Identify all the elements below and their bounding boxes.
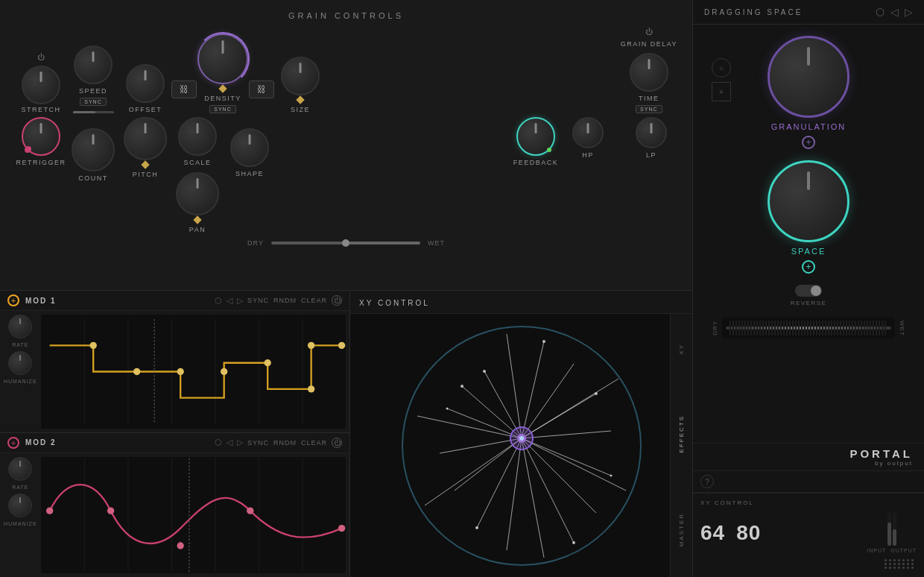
granulation-plus-btn[interactable]: + [802,136,815,149]
retrigger-knob[interactable] [22,117,60,156]
mod2-rndm-btn[interactable]: RNDM [273,439,297,447]
mod1-save-icon[interactable]: ⬡ [215,296,222,306]
sliders-btn[interactable]: ≡ [712,82,731,101]
svg-point-27 [338,525,344,532]
portal-branding: PORTAL by output [693,443,924,471]
scale-knob[interactable] [178,117,217,156]
mod2-sync-btn[interactable]: SYNC [247,439,269,447]
svg-line-43 [522,364,574,438]
mod2-prev-icon[interactable]: ◁ [227,438,232,447]
svg-point-26 [247,507,253,514]
right-wet-label: WET [899,321,905,336]
mod1-humanize-knob[interactable] [8,351,32,375]
mod1-add-btn[interactable]: + [7,294,19,306]
stretch-knob[interactable] [22,66,60,104]
dry-label: DRY [247,239,264,247]
output-slider[interactable] [893,512,896,546]
mod2-rate-knob[interactable] [8,457,32,481]
mod1-graph[interactable] [41,315,346,429]
svg-line-33 [440,438,522,453]
mod1-power-btn[interactable]: ⏻ [332,295,342,306]
mod1-sync-btn[interactable]: SYNC [247,297,269,304]
mod2-graph[interactable] [41,457,346,573]
feedback-knob[interactable] [516,117,555,156]
xy-control-values: 64 80 INPUT OUTPUT [700,512,917,553]
mod2-block: + MOD 2 ⬡ ◁ ▷ SYNC RNDM CLEAR ⏻ [0,433,349,577]
density-sync-badge[interactable]: SYNC [209,105,235,113]
pan-knob[interactable] [176,172,219,215]
feedback-group: FEEDBACK [510,117,562,166]
mod1-rate-label: RATE [12,342,28,347]
mod1-next-icon[interactable]: ▷ [237,296,243,306]
density-knob[interactable] [197,34,248,84]
mod2-next-icon[interactable]: ▷ [237,438,243,447]
dry-wet-row: DRY WET [15,239,677,247]
size-knob[interactable] [281,57,320,95]
mod2-rate-label: RATE [12,485,28,490]
mod2-knobs: RATE HUMANIZE [4,457,37,573]
xy-canvas[interactable]: XY EFFECTS MASTER [350,314,692,577]
stretch-group: ⏻ STRETCH [15,53,67,113]
time-sync-badge[interactable]: SYNC [636,105,662,113]
mod2-power-btn[interactable]: ⏻ [332,438,342,448]
mod-section: + MOD 1 ⬡ ◁ ▷ SYNC RNDM CLEAR ⏻ [0,291,692,577]
effects-tab[interactable]: EFFECTS [674,408,689,460]
save-icon[interactable]: ⬡ [876,6,885,18]
prev-icon[interactable]: ◁ [890,6,899,18]
mod2-controls: ⬡ ◁ ▷ SYNC RNDM CLEAR ⏻ [215,438,342,448]
master-tab[interactable]: MASTER [674,505,689,554]
next-icon[interactable]: ▷ [905,6,913,18]
speed-knob[interactable] [74,45,113,84]
xy-x-value: 64 [700,521,725,545]
xy-tab[interactable]: XY [674,336,689,362]
mod2-humanize-knob[interactable] [8,494,32,517]
svg-point-11 [264,359,270,366]
mod2-save-icon[interactable]: ⬡ [215,438,222,447]
mod1-block: + MOD 1 ⬡ ◁ ▷ SYNC RNDM CLEAR ⏻ [0,291,349,433]
shape-knob[interactable] [230,128,269,167]
header-icons: ⬡ ◁ ▷ [876,6,913,18]
help-btn[interactable]: ? [700,475,714,488]
count-knob[interactable] [72,128,115,171]
svg-rect-0 [41,319,346,423]
dots-pattern [882,557,917,571]
dry-wet-slider[interactable] [271,242,420,245]
svg-point-14 [338,342,344,349]
count-group: COUNT [67,128,119,182]
svg-point-52 [446,407,448,409]
right-header: DRAGGING SPACE ⬡ ◁ ▷ [693,0,924,25]
space-knob[interactable] [768,160,849,242]
mod1-svg [41,315,346,429]
right-drywet-slider[interactable] [722,318,895,338]
link-btn-1[interactable]: ⛓ [171,81,197,98]
svg-point-24 [107,507,113,514]
speed-sync-badge[interactable]: SYNC [80,98,106,106]
time-knob[interactable] [630,53,668,92]
speed-slider[interactable] [73,111,114,113]
pitch-knob[interactable] [124,117,167,160]
link-btn-2[interactable]: ⛓ [249,81,274,98]
shape-group: SHAPE [224,128,276,177]
offset-knob[interactable] [126,64,165,103]
mod1-rndm-btn[interactable]: RNDM [273,297,297,304]
hp-knob[interactable] [572,117,604,148]
right-dry-label: DRY [712,321,718,335]
mod2-header: + MOD 2 ⬡ ◁ ▷ SYNC RNDM CLEAR ⏻ [0,433,349,453]
reverse-toggle[interactable] [795,285,822,297]
mod1-rate-knob[interactable] [8,315,32,338]
granulation-container: GRANULATION + [768,36,849,149]
mod1-header: + MOD 1 ⬡ ◁ ▷ SYNC RNDM CLEAR ⏻ [0,291,349,311]
mod2-clear-btn[interactable]: CLEAR [301,439,327,447]
mod2-add-btn[interactable]: + [7,437,19,449]
space-plus-btn[interactable]: + [802,260,815,274]
mod2-title: MOD 2 [25,438,57,447]
circle-btn[interactable]: ○ [712,58,731,78]
size-wrapper [281,57,320,103]
mod1-clear-btn[interactable]: CLEAR [301,297,327,304]
retrigger-group: RETRIGGER [15,117,67,166]
input-slider[interactable] [887,512,891,546]
granulation-knob[interactable] [768,36,849,118]
offset-group: OFFSET [119,64,171,113]
mod1-prev-icon[interactable]: ◁ [227,296,232,306]
lp-knob[interactable] [636,117,667,148]
